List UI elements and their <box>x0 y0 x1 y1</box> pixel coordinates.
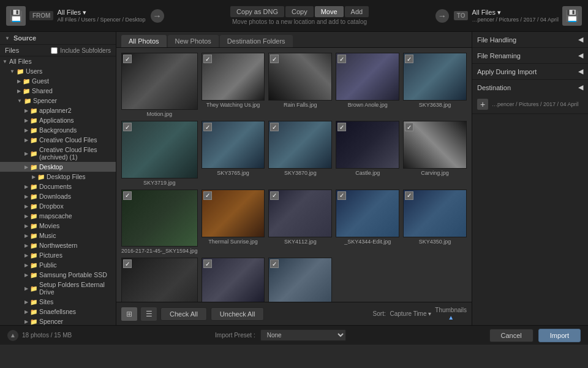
add-destination-button[interactable]: + <box>477 99 488 110</box>
sidebar-item-creativecloud-archived[interactable]: ▶ 📁 Creative Cloud Files (archived) (1) <box>0 145 116 162</box>
photo-name: SKY3870.jpg <box>268 170 332 176</box>
sidebar-item-desktop-files[interactable]: ▶ 📁 Desktop Files <box>0 172 116 182</box>
destination-header[interactable]: Destination ◀ <box>472 80 588 95</box>
tab-all-photos[interactable]: All Photos <box>121 35 167 47</box>
expand-icon: ▶ <box>24 204 28 209</box>
sidebar-item-pictures[interactable]: ▶ 📁 Pictures <box>0 250 116 260</box>
photo-checkbox[interactable]: ✓ <box>405 55 413 63</box>
sidebar-item-applications[interactable]: ▶ 📁 Applications <box>0 115 116 125</box>
sidebar-item-dropbox[interactable]: ▶ 📁 Dropbox <box>0 201 116 211</box>
sidebar-item-users[interactable]: ▼ 📁 Users <box>0 66 116 76</box>
photo-thumb[interactable]: ✓ <box>336 190 399 237</box>
tab-new-photos[interactable]: New Photos <box>168 35 219 47</box>
photo-thumb[interactable]: ✓ <box>202 121 265 169</box>
sidebar-item-downloads[interactable]: ▶ 📁 Downloads <box>0 191 116 201</box>
photo-checkbox[interactable]: ✓ <box>203 259 212 268</box>
photo-checkbox[interactable]: ✓ <box>270 191 279 200</box>
photo-thumb[interactable]: ✓ <box>336 121 399 169</box>
photo-thumb[interactable]: ✓ <box>268 258 332 302</box>
tab-copy-dng[interactable]: Copy as DNG <box>230 6 284 17</box>
photo-checkbox[interactable]: ✓ <box>123 123 132 131</box>
photo-checkbox[interactable]: ✓ <box>123 55 132 63</box>
tab-copy[interactable]: Copy <box>285 6 314 17</box>
photo-thumb[interactable]: ✓ <box>336 53 399 101</box>
transfer-tabs: Copy as DNG Copy Move Add <box>230 6 369 17</box>
photo-checkbox[interactable]: ✓ <box>203 191 212 200</box>
sidebar-item-creativecloud[interactable]: ▶ 📁 Creative Cloud Files <box>0 135 116 145</box>
file-handling-header[interactable]: File Handling ◀ <box>472 32 588 47</box>
photo-cell: ✓ SKY3638.jpg <box>403 53 467 117</box>
photo-checkbox[interactable]: ✓ <box>203 123 212 131</box>
photo-checkbox[interactable]: ✓ <box>123 191 132 200</box>
sidebar-item-snaefellsnes[interactable]: ▶ 📁 Snaefellsnes <box>0 307 116 316</box>
photo-thumb[interactable]: ✓ <box>202 190 265 237</box>
sidebar-item-spencer2[interactable]: ▶ 📁 Spencer <box>0 316 116 325</box>
view-grid-button[interactable]: ⊞ <box>121 307 137 321</box>
photo-cell: ✓ Brown Anole.jpg <box>336 53 399 117</box>
view-list-button[interactable]: ☰ <box>141 307 157 321</box>
photo-checkbox[interactable]: ✓ <box>337 123 346 131</box>
photo-checkbox[interactable]: ✓ <box>337 191 346 200</box>
to-dropdown-icon[interactable]: ▾ <box>497 9 501 16</box>
photo-thumb[interactable]: ✓ <box>202 53 265 101</box>
sidebar-item-applanner2[interactable]: ▶ 📁 applanner2 <box>0 105 116 115</box>
from-path-main[interactable]: All Files ▾ <box>57 9 145 17</box>
sidebar-item-samsung[interactable]: ▶ 📁 Samsung Portable SSD <box>0 270 116 280</box>
sidebar-item-documents[interactable]: ▶ 📁 Documents <box>0 182 116 191</box>
thumbnail-slider[interactable]: ▲ <box>448 314 454 321</box>
sidebar-item-public[interactable]: ▶ 📁 Public <box>0 260 116 270</box>
photo-thumb[interactable]: ✓ <box>403 121 467 169</box>
photo-checkbox[interactable]: ✓ <box>337 55 346 63</box>
folder-icon: 📁 <box>30 137 37 144</box>
apply-during-import-header[interactable]: Apply During Import ◀ <box>472 64 588 79</box>
photo-name: Rain Falls.jpg <box>268 102 332 108</box>
include-subfolders-checkbox[interactable] <box>51 47 58 54</box>
sidebar-item-guest[interactable]: ▶ 📁 Guest <box>0 76 116 86</box>
import-button[interactable]: Import <box>538 329 581 342</box>
to-arrow-button[interactable]: → <box>435 9 449 23</box>
include-subfolders-toggle[interactable]: Include Subfolders <box>51 47 111 54</box>
photo-checkbox[interactable]: ✓ <box>123 259 132 268</box>
photo-checkbox[interactable]: ✓ <box>270 259 279 268</box>
file-renaming-header[interactable]: File Renaming ◀ <box>472 48 588 63</box>
photo-thumb[interactable]: ✓ <box>403 53 467 101</box>
sidebar-item-music[interactable]: ▶ 📁 Music <box>0 231 116 240</box>
photo-checkbox[interactable]: ✓ <box>405 191 413 200</box>
cancel-button[interactable]: Cancel <box>489 329 533 342</box>
tab-move[interactable]: Move <box>315 6 344 17</box>
photo-thumb[interactable]: ✓ <box>121 121 198 178</box>
sidebar-item-allfiles[interactable]: ▼ All Files <box>0 56 116 66</box>
photo-checkbox[interactable]: ✓ <box>270 55 279 63</box>
photo-thumb[interactable]: ✓ <box>121 258 198 302</box>
from-arrow-button[interactable]: → <box>151 9 164 23</box>
sidebar-item-setup[interactable]: ▶ 📁 Setup Folders External Drive <box>0 280 116 297</box>
photo-checkbox[interactable]: ✓ <box>203 55 212 63</box>
photo-thumb[interactable]: ✓ <box>268 121 332 169</box>
tab-destination-folders[interactable]: Destination Folders <box>220 35 293 47</box>
preset-select[interactable]: None <box>260 329 346 341</box>
photo-thumb[interactable]: ✓ <box>268 53 332 101</box>
sort-value[interactable]: Capture Time <box>390 310 426 317</box>
source-label: Source <box>13 34 36 42</box>
photo-thumb[interactable]: ✓ <box>202 258 265 302</box>
from-dropdown-icon[interactable]: ▾ <box>83 9 86 16</box>
sidebar-item-desktop[interactable]: ▶ 📁 Desktop <box>0 162 116 172</box>
to-path-main[interactable]: All Files ▾ <box>472 9 559 17</box>
photo-thumb[interactable]: ✓ <box>121 53 198 110</box>
sidebar-item-backgrounds[interactable]: ▶ 📁 Backgrounds <box>0 125 116 135</box>
sidebar-item-spencer[interactable]: ▼ 📁 Spencer <box>0 96 116 105</box>
sidebar-item-northwestern[interactable]: ▶ 📁 Northwestern <box>0 240 116 250</box>
check-all-button[interactable]: Check All <box>160 307 207 321</box>
photo-thumb[interactable]: ✓ <box>121 190 198 247</box>
sidebar-item-movies[interactable]: ▶ 📁 Movies <box>0 221 116 231</box>
uncheck-all-button[interactable]: Uncheck All <box>211 307 264 321</box>
sidebar-item-shared[interactable]: ▶ 📁 Shared <box>0 86 116 96</box>
photo-thumb[interactable]: ✓ <box>403 190 467 237</box>
tab-add[interactable]: Add <box>345 6 369 17</box>
footer-arrow-up[interactable]: ▲ <box>7 330 18 341</box>
sidebar-item-sites[interactable]: ▶ 📁 Sites <box>0 297 116 307</box>
photo-thumb[interactable]: ✓ <box>268 190 332 237</box>
sidebar-item-mapscache[interactable]: ▶ 📁 mapscache <box>0 211 116 221</box>
photo-checkbox[interactable]: ✓ <box>270 123 279 131</box>
photo-checkbox[interactable]: ✓ <box>405 123 413 131</box>
